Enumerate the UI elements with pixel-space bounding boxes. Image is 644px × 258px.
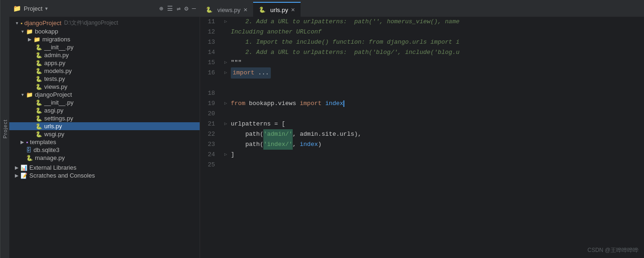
code-line-22: path('admin/', admin.site.urls), <box>224 129 640 139</box>
code-line-14: 2. Add a URL to urlpatterns: path('blog/… <box>224 47 640 58</box>
sidebar-header: 📁 Project ▾ ⊕ ☰ ⇌ ⚙ — <box>9 0 200 17</box>
bookapp-label: bookapp <box>35 28 58 35</box>
db-label: db.sqlite3 <box>34 146 60 153</box>
tree-arrow-scratches: ▶ <box>13 173 20 178</box>
views-label: views.py <box>44 83 67 90</box>
init1-icon: 🐍 <box>35 44 42 51</box>
tree-apps[interactable]: 🐍 apps.py <box>9 59 200 67</box>
tree-wsgi[interactable]: 🐍 wsgi.py <box>9 130 200 138</box>
code-line-15: ▷ """ <box>224 58 640 68</box>
tree-arrow-external: ▶ <box>13 165 20 170</box>
admin-icon: 🐍 <box>35 52 42 59</box>
wsgi-icon: 🐍 <box>35 131 42 138</box>
tests-label: tests.py <box>44 75 65 82</box>
tree-bookapp[interactable]: ▾ 📁 bookapp <box>9 27 200 35</box>
code-area[interactable]: 11 12 13 14 15 16 18 19 20 21 22 23 24 2… <box>200 17 644 258</box>
settings-icon[interactable]: ⚙ <box>184 5 188 13</box>
locate-icon[interactable]: ⇌ <box>177 5 181 13</box>
tree-arrow-migrations: ▶ <box>26 37 34 42</box>
code-line-20 <box>224 109 640 119</box>
tree-tests[interactable]: 🐍 tests.py <box>9 75 200 83</box>
tree-djangoproject-sub[interactable]: ▾ 📁 djangoProject <box>9 91 200 99</box>
tab-views[interactable]: 🐍 views.py ✕ <box>200 2 253 17</box>
apps-icon: 🐍 <box>35 60 42 66</box>
models-icon: 🐍 <box>35 68 42 74</box>
code-line-23: path('index/', index) <box>224 139 640 150</box>
settings-file-icon: 🐍 <box>35 115 42 122</box>
tree-templates[interactable]: ▶ ▪ templates <box>9 138 200 146</box>
code-line-24: ▷ ] <box>224 150 640 160</box>
project-label: Project <box>0 0 9 258</box>
urls-label: urls.py <box>44 123 62 130</box>
code-line-13: 1. Import the include() function: from d… <box>224 37 640 47</box>
code-line-18 <box>224 88 640 99</box>
tree-urls[interactable]: 🐍 urls.py <box>9 122 200 130</box>
asgi-label: asgi.py <box>44 107 63 114</box>
djangoproject-sub-label: djangoProject <box>35 91 72 98</box>
urls-icon: 🐍 <box>35 123 42 130</box>
code-content[interactable]: ▷ 2. Add a URL to urlpatterns: path('', … <box>221 17 644 258</box>
tab-views-icon: 🐍 <box>206 7 213 13</box>
minimize-icon[interactable]: — <box>192 5 196 12</box>
tab-urls[interactable]: 🐍 urls.py ✕ <box>253 2 301 17</box>
scratches-icon: 📝 <box>20 172 27 179</box>
external-libs-label: External Libraries <box>29 164 76 171</box>
tree-admin[interactable]: 🐍 admin.py <box>9 51 200 59</box>
tree-db[interactable]: 🗄 db.sqlite3 <box>9 146 200 154</box>
code-line-19: ▷ from bookapp.views import index <box>224 99 640 109</box>
migrations-folder-icon: 📁 <box>34 36 40 43</box>
tests-icon: 🐍 <box>35 76 42 82</box>
tree-scratches[interactable]: ▶ 📝 Scratches and Consoles <box>9 172 200 179</box>
tree-init2[interactable]: 🐍 __init__.py <box>9 99 200 106</box>
tree-external-libs[interactable]: ▶ 📊 External Libraries <box>9 164 200 172</box>
collapse-icon[interactable]: ☰ <box>167 5 173 13</box>
manage-label: manage.py <box>35 154 65 161</box>
tree-arrow-root: ▾ <box>13 20 20 26</box>
project-dropdown-arrow[interactable]: ▾ <box>45 6 48 12</box>
tab-views-close[interactable]: ✕ <box>243 7 248 13</box>
asgi-icon: 🐍 <box>35 107 42 114</box>
sidebar: 📁 Project ▾ ⊕ ☰ ⇌ ⚙ — ▾ ▪ djangoProject … <box>9 0 200 258</box>
code-line-12: Including another URLconf <box>224 27 640 37</box>
apps-label: apps.py <box>44 60 66 66</box>
tree-models[interactable]: 🐍 models.py <box>9 67 200 75</box>
tree-migrations[interactable]: ▶ 📁 migrations <box>9 35 200 43</box>
bookapp-folder-icon: 📁 <box>26 28 33 35</box>
tree-root[interactable]: ▾ ▪ djangoProject D:\文件\djangoProject <box>9 19 200 27</box>
templates-label: templates <box>30 139 56 146</box>
tree-arrow-djangoproject-sub: ▾ <box>19 92 26 97</box>
root-path: D:\文件\djangoProject <box>64 19 118 27</box>
code-line-21: ▷ urlpatterns = [ <box>224 119 640 129</box>
new-folder-icon[interactable]: ⊕ <box>159 5 163 13</box>
migrations-label: migrations <box>42 36 70 43</box>
init1-label: __init__.py <box>44 44 74 51</box>
line-numbers: 11 12 13 14 15 16 18 19 20 21 22 23 24 2… <box>200 17 221 258</box>
file-tree: ▾ ▪ djangoProject D:\文件\djangoProject ▾ … <box>9 17 200 258</box>
db-icon: 🗄 <box>26 147 32 153</box>
tree-init1[interactable]: 🐍 __init__.py <box>9 43 200 51</box>
tree-arrow-bookapp: ▾ <box>19 29 26 34</box>
tab-urls-close[interactable]: ✕ <box>291 7 295 13</box>
tree-manage[interactable]: 🐍 manage.py <box>9 154 200 162</box>
init2-icon: 🐍 <box>35 99 42 106</box>
wsgi-label: wsgi.py <box>44 131 64 138</box>
code-line-25 <box>224 160 640 170</box>
folder-icon: 📁 <box>13 5 21 13</box>
scratches-label: Scratches and Consoles <box>29 172 95 179</box>
tree-asgi[interactable]: 🐍 asgi.py <box>9 106 200 114</box>
code-line-17 <box>224 78 640 88</box>
tab-urls-icon: 🐍 <box>259 7 266 13</box>
root-folder-icon: ▪ <box>20 20 22 26</box>
code-line-16: ▷ import ... <box>224 68 640 78</box>
tree-settings[interactable]: 🐍 settings.py <box>9 114 200 122</box>
views-icon: 🐍 <box>35 84 42 90</box>
sidebar-title: Project <box>24 5 42 12</box>
tree-arrow-templates: ▶ <box>19 139 26 145</box>
root-name: djangoProject <box>24 20 61 26</box>
djangoproject-sub-folder-icon: 📁 <box>26 92 33 98</box>
init2-label: __init__.py <box>44 99 74 106</box>
watermark: CSDN @王哗哗哗哗 <box>587 246 638 254</box>
external-libs-icon: 📊 <box>20 165 27 171</box>
tree-views[interactable]: 🐍 views.py <box>9 83 200 91</box>
sidebar-toolbar: ⊕ ☰ ⇌ ⚙ — <box>159 5 196 13</box>
